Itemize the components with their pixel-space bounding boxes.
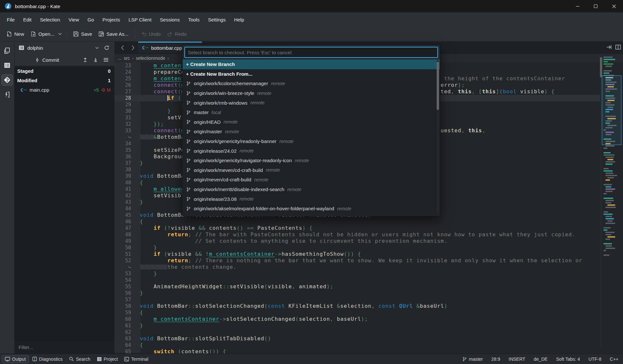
branch-item-origin-release-24-02[interactable]: origin/release/24.02remote (183, 146, 440, 156)
editor-scrollbar-handle[interactable] (600, 57, 602, 77)
menu-item-edit[interactable]: Edit (19, 15, 36, 24)
branch-action-create-new-branch-from[interactable]: + Create New Branch From... (183, 69, 440, 79)
menu-item-tools[interactable]: Tools (184, 15, 204, 24)
code-line[interactable]: 51 if (visible && !m_contentsContainer->… (114, 251, 600, 257)
branch-item-origin-work-rmb-windows[interactable]: origin/work/rmb-windowsremote (183, 98, 440, 108)
branch-item-origin-work-akselmo-expand-folder-on-hover-folderpanel-wayland[interactable]: origin/work/akselmo/expand-folder-on-hov… (183, 204, 440, 214)
history-forward-icon[interactable] (129, 44, 137, 52)
branch-item-origin-meven-cd-craft-build[interactable]: origin/meven/cd-craft-buildremote (183, 175, 440, 185)
staged-row[interactable]: Staged 0 (15, 66, 114, 76)
code-line[interactable]: 58void BottomBar::slotSelectionChanged(c… (114, 303, 600, 309)
menu-item-selection[interactable]: Selection (36, 15, 64, 24)
code-line[interactable]: 49 // Set contents to anything else to c… (114, 238, 600, 244)
breadcrumb-item-src[interactable]: src (124, 56, 130, 61)
breadcrumb-item-selectionmode[interactable]: selectionmode (136, 56, 165, 61)
git-menu-icon[interactable] (101, 56, 111, 63)
new-button[interactable]: New (3, 29, 27, 39)
modified-file-row[interactable]: C⁺⁺ main.cpp +5 -0 M (15, 85, 114, 95)
branch-item-origin-work-genericity-navigator-readonly-icon[interactable]: origin/work/genericity/navigator-readonl… (183, 156, 440, 165)
open-dropdown-chevron-icon[interactable] (56, 31, 64, 37)
refresh-icon[interactable] (101, 44, 112, 52)
minimize-button[interactable] (568, 0, 587, 12)
code-line[interactable]: 63void BottomBar::slotSplitTabDisabled() (114, 335, 600, 342)
panel-button-search[interactable]: Search (66, 356, 93, 363)
branch-item-origin-head[interactable]: origin/HEADremote (183, 117, 440, 127)
code-line[interactable]: 53 } (114, 270, 600, 277)
code-line[interactable]: 55 AnimatedHeightWidget::setVisible(visi… (114, 283, 600, 290)
code-line[interactable]: 56} (114, 290, 600, 296)
commit-graph-tool-icon[interactable] (2, 89, 12, 100)
menu-item-lsp-client[interactable]: LSP Client (124, 15, 156, 24)
branch-list-scrollbar[interactable] (437, 60, 439, 213)
open-button[interactable]: Open... (27, 29, 58, 39)
status-branch[interactable]: master (462, 357, 483, 362)
quick-open-arrow-icon[interactable] (606, 44, 612, 50)
menu-item-file[interactable]: File (3, 15, 19, 24)
menu-item-sessions[interactable]: Sessions (156, 15, 184, 24)
status-input-mode[interactable]: INSERT (509, 357, 525, 362)
menu-item-projects[interactable]: Projects (98, 15, 124, 24)
branch-search-input[interactable] (184, 47, 438, 58)
branch-action-create-new-branch[interactable]: + Create New Branch (183, 59, 440, 69)
git-filter-input[interactable] (15, 341, 114, 354)
panel-button-project[interactable]: Project (94, 356, 121, 363)
panel-button-output[interactable]: Output (2, 356, 29, 363)
history-back-icon[interactable] (118, 44, 127, 52)
menu-item-settings[interactable]: Settings (204, 15, 230, 24)
panel-button-diagnostics[interactable]: Diagnostics (29, 356, 65, 363)
code-line[interactable]: 62 (114, 329, 600, 335)
git-push-icon[interactable] (80, 56, 90, 64)
code-line[interactable]: 60 m_contentsContainer->slotSelectionCha… (114, 316, 600, 322)
code-line[interactable]: 57 (114, 296, 600, 303)
projects-tool-icon[interactable] (2, 60, 12, 71)
status-highlight-mode[interactable]: C++ (610, 357, 618, 362)
line-number: 54 (114, 277, 140, 283)
code-line[interactable]: 46{ (114, 218, 600, 225)
status-cursor-position[interactable]: 28:9 (491, 357, 500, 362)
breadcrumb-item-ellipsis[interactable]: ... (118, 56, 122, 61)
code-line[interactable]: 47 if (!visible && contents() == PasteCo… (114, 225, 600, 231)
commit-button[interactable]: Commit (35, 57, 59, 63)
branch-list-scrollbar-handle[interactable] (437, 62, 439, 110)
project-name[interactable]: dolphin (27, 45, 43, 51)
minimap-viewport[interactable] (602, 75, 621, 145)
save-as-button[interactable]: Save As... (95, 29, 132, 39)
menu-item-help[interactable]: Help (230, 15, 248, 24)
code-line[interactable]: 65 switch (contents()) { (114, 348, 600, 354)
save-button[interactable]: Save (70, 29, 95, 39)
close-button[interactable] (605, 0, 623, 12)
branch-item-origin-work-merritt-disable-indexed-search[interactable]: origin/work/merritt/disable-indexed-sear… (183, 185, 440, 194)
menu-item-go[interactable]: Go (83, 15, 98, 24)
git-tool-icon[interactable] (2, 75, 12, 85)
branch-item-origin-release-23-08[interactable]: origin/release/23.08remote (183, 194, 440, 204)
code-line[interactable]: 59{ (114, 309, 600, 316)
undo-button[interactable]: Undo (138, 29, 164, 39)
branch-item-origin-work-kcolorschememanager[interactable]: origin/work/kcolorschememanagerremote (183, 79, 440, 88)
code-line[interactable]: 54 (114, 277, 600, 283)
branch-item-clipped[interactable] (183, 214, 440, 216)
documents-tool-icon[interactable] (2, 46, 12, 56)
branch-item-master[interactable]: masterlocal (183, 108, 440, 117)
maximize-button[interactable] (587, 0, 605, 12)
branch-item-origin-master[interactable]: origin/masterremote (183, 127, 440, 136)
branch-item-origin-work-genericity-readonly-banner[interactable]: origin/work/genericity/readonly-bannerre… (183, 136, 440, 146)
project-dropdown-chevron-icon[interactable] (93, 46, 101, 50)
status-encoding[interactable]: UTF-8 (589, 357, 602, 362)
status-tab-mode[interactable]: Soft Tabs: 4 (556, 357, 580, 362)
redo-button[interactable]: Redo (164, 29, 190, 39)
branch-item-origin-work-meven-cd-craft-build[interactable]: origin/work/meven/cd-craft-buildremote (183, 165, 440, 175)
panel-button-terminal[interactable]: Terminal (121, 356, 151, 363)
status-dictionary[interactable]: de_DE (534, 357, 548, 362)
code-line[interactable]: 52 return; // There is nothing on the ba… (114, 257, 600, 264)
minimap[interactable] (603, 57, 620, 352)
modified-row[interactable]: Modified 1 (15, 76, 114, 85)
branch-item-origin-work-win-breeze-style[interactable]: origin/work/win-breeze-styleremote (183, 88, 440, 98)
split-view-icon[interactable] (615, 44, 621, 50)
code-line-continuation[interactable]: ↪the contents change. (114, 264, 600, 270)
code-line[interactable]: 64{ (114, 342, 600, 348)
code-line[interactable]: 61} (114, 322, 600, 329)
menu-item-view[interactable]: View (64, 15, 83, 24)
code-line[interactable]: 48 return; // The bar with PasteContents… (114, 231, 600, 238)
git-pull-icon[interactable] (90, 56, 101, 64)
code-line[interactable]: 50 } (114, 244, 600, 251)
